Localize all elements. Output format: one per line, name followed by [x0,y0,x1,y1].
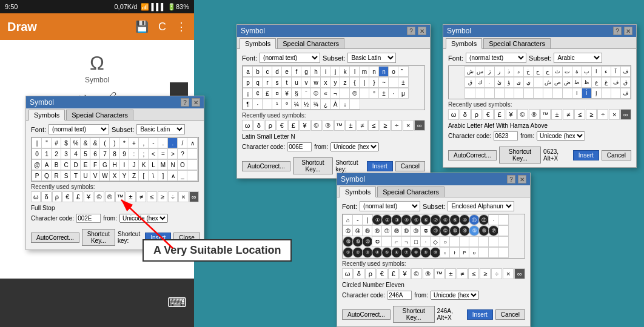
shortcut-button-mid[interactable]: Shortcut Key... [293,157,334,174]
recent-char[interactable]: ® [423,268,434,279]
char-cell[interactable] [532,88,543,99]
char-cell[interactable]: ع [591,77,602,88]
recent-char[interactable]: ρ [365,268,376,279]
char-cell[interactable]: ك [474,77,485,88]
recent-char[interactable]: € [483,109,494,120]
char-cell[interactable]: ̃ [398,66,409,77]
char-cell[interactable] [474,88,485,99]
char-cell[interactable]: ش [542,77,553,88]
recent-char[interactable]: ≠ [357,120,367,131]
tab-symbols[interactable]: Symbols [446,38,482,49]
char-cell[interactable] [552,88,563,99]
char-cell[interactable]: ف [620,88,631,99]
recent-char[interactable]: ρ [471,109,482,120]
from-select-mid[interactable]: Unicode (hex) [330,142,379,151]
char-cell[interactable] [523,88,534,99]
char-cell[interactable]: μ [398,88,409,99]
recent-char[interactable]: ® [105,191,115,202]
recent-char[interactable]: × [609,109,620,120]
recent-char[interactable]: £ [288,120,299,131]
recent-char[interactable]: ± [445,268,456,279]
char-cell[interactable] [600,88,611,99]
char-cell[interactable] [542,88,553,99]
tab-special-chars[interactable]: Special Characters [483,38,551,48]
font-select-bot[interactable]: (normal text) [360,201,420,211]
recent-char[interactable]: ® [323,120,334,131]
char-cell[interactable]: ق [620,77,631,88]
char-cell[interactable]: ئ [494,77,505,88]
char-code-input-tr[interactable] [494,131,518,140]
shortcut-button-bot[interactable]: Shortcut Key... [393,306,435,323]
recent-char[interactable]: ± [345,120,356,131]
char-cell[interactable] [349,99,360,110]
recent-char[interactable]: ≠ [563,109,574,120]
char-cell[interactable]: أ [581,88,592,99]
save-icon[interactable]: 💾 [135,20,149,33]
recent-char[interactable]: ∞ [620,109,631,120]
recent-char[interactable]: © [311,120,322,131]
recent-char[interactable]: £ [73,191,83,202]
char-cell[interactable]: ب [581,66,592,77]
help-button[interactable]: ? [613,27,622,35]
help-button[interactable]: ? [181,98,189,107]
recent-char[interactable]: £ [388,268,399,279]
from-select[interactable]: Unicode (hex) [119,214,168,223]
recent-char[interactable]: £ [494,109,505,120]
close-button[interactable]: ✕ [518,175,526,183]
from-select-bot[interactable]: Unicode (hex) [431,291,479,300]
recent-char[interactable]: ÷ [491,268,502,279]
char-cell[interactable]: ث [552,66,563,77]
recent-char[interactable]: ρ [265,120,276,131]
recent-char[interactable]: ≥ [380,120,391,131]
char-cell[interactable]: آ [610,66,621,77]
recent-char[interactable]: ¥ [506,109,517,120]
recent-char[interactable]: € [277,120,287,131]
subset-select[interactable]: Basic Latin [347,53,396,63]
char-cell[interactable]: ط [571,77,582,88]
char-cell[interactable]: ى [513,77,524,88]
char-cell[interactable] [498,214,509,225]
font-select-tr[interactable]: (normal text) [466,53,526,63]
recent-char[interactable]: ω [448,109,459,120]
recent-char[interactable]: ≥ [586,109,597,120]
close-button[interactable]: ✕ [624,27,632,35]
help-button[interactable]: ? [507,175,515,183]
char-cell[interactable]: ت [562,66,572,77]
char-cell[interactable] [187,170,198,181]
char-cell[interactable]: ر [494,66,505,77]
recent-char[interactable]: δ [354,268,364,279]
char-cell[interactable]: ق [465,77,475,88]
recent-char[interactable]: ÷ [168,191,178,202]
recent-char[interactable]: × [503,268,514,279]
recent-char[interactable]: ω [31,191,41,202]
char-cell[interactable] [187,159,198,170]
recent-char[interactable]: ≥ [480,268,491,279]
recent-char[interactable]: ≠ [136,191,146,202]
recent-char[interactable]: ™ [540,109,551,120]
char-cell[interactable]: س [474,66,485,77]
recent-char[interactable]: € [377,268,387,279]
subset-select-tr[interactable]: Arabic [554,53,602,63]
char-cell[interactable]: ا [571,88,582,99]
tab-special-chars[interactable]: Special Characters [277,38,344,48]
close-button[interactable]: ✕ [192,98,200,107]
shortcut-button-tr[interactable]: Shortcut Key... [499,147,541,164]
recent-char[interactable]: ≤ [574,109,585,120]
char-cell[interactable]: ز [484,66,495,77]
char-cell[interactable]: ص [552,77,563,88]
close-button[interactable]: ✕ [418,27,426,35]
recent-char[interactable]: ® [529,109,540,120]
autocorrect-button-bot[interactable]: AutoCorrect... [342,309,391,320]
cancel-button-tr[interactable]: Cancel [602,150,631,160]
recent-char[interactable]: ¥ [300,120,310,131]
char-cell[interactable] [498,247,509,258]
char-cell[interactable]: ء [600,66,611,77]
char-cell[interactable] [494,88,505,99]
char-cell[interactable]: ج [542,66,553,77]
char-cell[interactable]: د [513,66,524,77]
recent-char[interactable]: × [403,120,414,131]
reset-icon[interactable]: C [158,21,166,33]
char-cell[interactable] [498,236,509,247]
insert-button-bot[interactable]: Insert [467,309,493,320]
char-cell[interactable]: ؤ [503,77,514,88]
